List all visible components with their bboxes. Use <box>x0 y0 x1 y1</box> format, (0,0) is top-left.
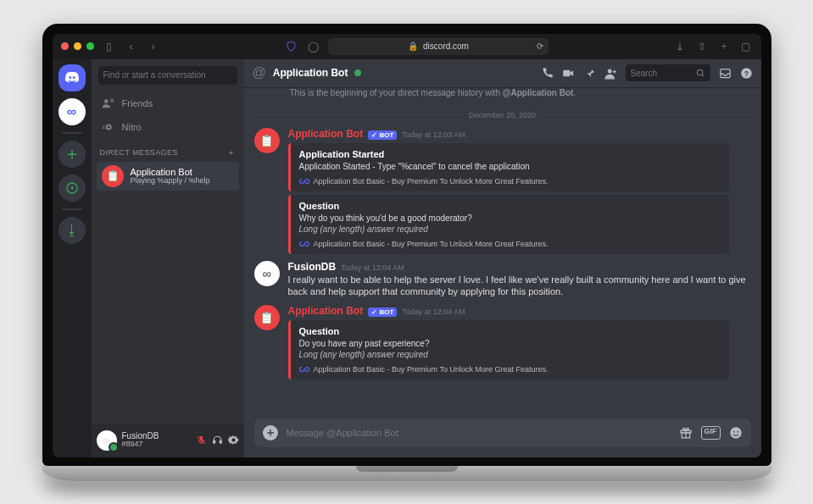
svg-point-11 <box>607 69 611 73</box>
window-controls <box>61 42 94 50</box>
sidebar-toggle-icon[interactable]: ▯ <box>103 40 116 53</box>
person-wave-icon <box>102 97 115 109</box>
url-text: discord.com <box>423 42 469 51</box>
svg-rect-10 <box>563 69 570 76</box>
svg-rect-4 <box>103 125 104 126</box>
gift-button[interactable] <box>679 426 693 440</box>
start-video-button[interactable] <box>562 67 575 80</box>
home-button[interactable] <box>58 64 86 91</box>
shield-icon[interactable] <box>284 40 298 53</box>
embed-footer: Application Bot Basic - Buy Premium To U… <box>314 177 548 186</box>
mute-mic-button[interactable] <box>196 435 207 446</box>
browser-toolbar: ▯ ‹ › ◯ 🔒 discord.com ⟳ ⤓ ⇧ ＋ ▢ <box>53 34 761 59</box>
search-placeholder: Search <box>631 69 658 78</box>
friends-label: Friends <box>122 98 153 108</box>
forward-icon[interactable]: › <box>147 40 160 53</box>
download-icon[interactable]: ⤓ <box>673 40 687 53</box>
self-avatar[interactable]: ∞ <box>97 430 117 451</box>
tabs-overview-icon[interactable]: ▢ <box>739 40 753 53</box>
svg-point-22 <box>737 430 738 432</box>
svg-point-20 <box>730 427 741 438</box>
inbox-button[interactable] <box>719 67 732 80</box>
create-dm-button[interactable]: ＋ <box>227 147 235 158</box>
quickswitcher-input[interactable]: Find or start a conversation <box>98 66 237 85</box>
pinned-messages-button[interactable] <box>583 67 596 80</box>
user-panel: ∞ FusionDB #8947 <box>92 424 244 457</box>
new-tab-icon[interactable]: ＋ <box>717 40 731 53</box>
search-input[interactable]: Search <box>626 64 710 81</box>
friends-tab[interactable]: Friends <box>97 91 239 115</box>
bot-badge: ✓ BOT <box>368 130 397 140</box>
reload-icon[interactable]: ⟳ <box>537 42 543 51</box>
svg-point-3 <box>107 125 109 128</box>
nitro-label: Nitro <box>122 122 142 132</box>
beginning-suffix: . <box>573 88 576 97</box>
message-author: Application Bot <box>288 305 364 317</box>
user-avatar-icon: ∞ <box>254 261 280 286</box>
embed-card: Question Why do you think you'd be a goo… <box>288 195 729 254</box>
minimize-window-icon[interactable] <box>74 42 81 50</box>
explore-servers-button[interactable] <box>58 174 86 202</box>
embed-card: Question Do you have any past experience… <box>288 320 729 379</box>
svg-rect-8 <box>213 440 214 443</box>
infinity-icon <box>299 176 309 186</box>
message-bot: 📋 Application Bot ✓ BOT Today at 12:04 A… <box>254 303 751 385</box>
help-button[interactable]: ? <box>740 67 753 80</box>
svg-text:?: ? <box>743 69 748 77</box>
gif-button[interactable]: GIF <box>701 426 721 440</box>
svg-rect-9 <box>220 440 221 443</box>
embed-hint: Long (any length) answer required <box>299 350 721 359</box>
svg-line-13 <box>701 74 703 75</box>
lock-icon: 🔒 <box>408 42 418 51</box>
conversation-beginning: This is the beginning of your direct mes… <box>254 88 751 104</box>
message-text: I really want to be able to help the ser… <box>288 273 751 299</box>
dm-item-name: Application Bot <box>131 167 210 177</box>
chat-title: Application Bot <box>273 67 348 79</box>
beginning-target: @Application Bot <box>503 88 574 97</box>
search-icon <box>696 69 705 78</box>
bot-avatar-icon: 📋 <box>102 165 124 187</box>
infinity-icon <box>299 239 309 249</box>
back-icon[interactable]: ‹ <box>125 40 138 53</box>
beginning-prefix: This is the beginning of your direct mes… <box>290 88 503 97</box>
message-timestamp: Today at 12:04 AM <box>341 263 404 272</box>
user-settings-button[interactable] <box>228 435 239 446</box>
deafen-button[interactable] <box>212 435 223 446</box>
embed-description: Why do you think you'd be a good moderat… <box>299 213 721 223</box>
attach-button[interactable]: ＋ <box>263 425 278 440</box>
composer-input[interactable]: ＋ Message @Application Bot GIF <box>254 418 751 447</box>
message-timestamp: Today at 12:03 AM <box>402 130 465 139</box>
nitro-tab[interactable]: Nitro <box>97 115 239 139</box>
address-bar[interactable]: 🔒 discord.com ⟳ <box>328 38 548 55</box>
embed-card: Application Started Application Started … <box>288 143 729 191</box>
add-server-button[interactable]: ＋ <box>58 141 86 168</box>
rail-separator <box>62 132 82 134</box>
nitro-icon <box>102 121 115 133</box>
chat-header: @ Application Bot Search <box>244 59 761 88</box>
fullscreen-window-icon[interactable] <box>86 42 94 50</box>
download-apps-button[interactable]: ⭳ <box>58 217 86 244</box>
bot-avatar-icon: 📋 <box>254 305 280 330</box>
embed-footer: Application Bot Basic - Buy Premium To U… <box>314 240 548 248</box>
rail-separator <box>62 208 82 210</box>
svg-point-12 <box>697 69 702 75</box>
start-call-button[interactable] <box>541 67 554 80</box>
message-author: FusionDB <box>288 261 337 273</box>
add-friend-button[interactable] <box>604 67 617 80</box>
emoji-button[interactable] <box>729 426 743 440</box>
bot-avatar-icon: 📋 <box>254 128 280 153</box>
embed-title: Application Started <box>299 149 721 159</box>
embed-title: Question <box>299 326 721 336</box>
embed-description: Application Started - Type "%cancel" to … <box>299 162 721 171</box>
server-icon-appbot[interactable]: ∞ <box>58 98 86 125</box>
privacy-icon[interactable]: ◯ <box>306 40 320 53</box>
online-status-dot <box>354 69 361 76</box>
infinity-icon <box>299 364 309 374</box>
embed-hint: Long (any length) answer required <box>299 224 721 234</box>
share-icon[interactable]: ⇧ <box>695 40 709 53</box>
message-timestamp: Today at 12:04 AM <box>402 307 465 316</box>
close-window-icon[interactable] <box>61 42 69 50</box>
chat-area: @ Application Bot Search <box>244 59 761 457</box>
dm-item-application-bot[interactable]: 📋 Application Bot Playing %apply / %help <box>97 162 239 191</box>
at-icon: @ <box>253 65 266 80</box>
